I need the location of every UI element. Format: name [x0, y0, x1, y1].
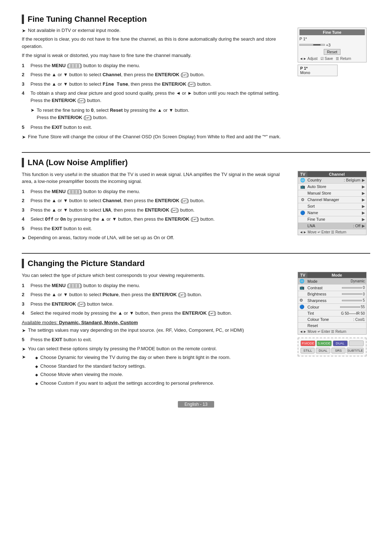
section-title-picture: Changing the Picture Standard	[22, 259, 370, 268]
lna-steps: 1 Press the MENU (☰☰☰) button to display…	[22, 188, 290, 232]
diamond-3: ◆	[35, 372, 38, 378]
channel-menu-row-lna: LNA : Off ▶	[298, 223, 366, 229]
picture-menu-footer-text: ◄► Move ↵ Enter ☰ Return	[299, 330, 346, 334]
pic-step-1-text: Press the MENU (☰☰☰) button to display t…	[30, 282, 140, 289]
country-arrow: ▶	[362, 178, 365, 183]
picture-note-1: ➤ The settings values may vary depending…	[22, 327, 290, 333]
fine-tuning-steps: 1 Press the MENU (☰☰☰) button to display…	[22, 62, 290, 104]
fine-tuning-intro-3: If the signal is weak or distorted, you …	[22, 52, 290, 59]
picture-menu-footer: ◄► Move ↵ Enter ☰ Return	[298, 329, 366, 334]
channel-menu-ch-label: Channel	[307, 171, 366, 177]
picture-steps: 1 Press the MENU (☰☰☰) button to display…	[22, 282, 290, 317]
step-3: 3 Press the ▲ or ▼ button to select Fine…	[22, 81, 290, 88]
fine-tune-reset-btn[interactable]: Reset	[324, 49, 341, 55]
contrast-bar	[342, 287, 362, 289]
channel-menu-tv-label: TV	[298, 171, 307, 177]
channel-menu-row-fine-tune: Fine Tune ▶	[298, 216, 366, 223]
fine-tune-reset-row: Reset	[299, 48, 365, 56]
fine-tune-adjust: ◄► Adjust	[299, 57, 318, 61]
contrast-icon: 📺	[299, 285, 306, 290]
channel-menu-row-manual-store: Manual Store ▶	[298, 190, 366, 197]
sort-arrow: ▶	[362, 204, 365, 209]
mode-value: Dynamic	[351, 279, 365, 283]
manager-label: Channel Manager	[306, 197, 360, 202]
pic-menu-reset: Reset	[298, 323, 366, 329]
lna-arrow: ▶	[362, 224, 365, 228]
colour-bar	[340, 306, 360, 308]
lna-step-4: 4 Select Off or On by pressing the ▲ or …	[22, 216, 290, 223]
arrow-icon-bullets: ➤	[22, 354, 26, 360]
pic-step-4: 4 Select the required mode by pressing t…	[22, 310, 290, 317]
picture-bullet-note: ➤ ◆Choose Dynamic for viewing the TV dur…	[22, 354, 290, 388]
footer-bar: English - 13	[22, 401, 370, 408]
bullet-dynamic-text: Choose Dynamic for viewing the TV during…	[40, 354, 230, 361]
lna-step-2-text: Press the ▲ or ▼ button to select Channe…	[30, 197, 205, 204]
diamond-4: ◆	[35, 381, 38, 387]
fine-tune-ui-box: Fine Tune P 1* +3 Reset	[298, 28, 367, 62]
picture-note-pmode: ➤ You can select these options simply by…	[22, 346, 290, 352]
picture-bullets: ◆Choose Dynamic for viewing the TV durin…	[28, 354, 230, 388]
pic-menu-colour-tone: Colour Tone : Cool1	[298, 316, 366, 323]
lna-step-1: 1 Press the MENU (☰☰☰) button to display…	[22, 188, 290, 195]
bullet-list: ◆Choose Dynamic for viewing the TV durin…	[35, 354, 230, 387]
fine-tune-return: ☰ Return	[336, 57, 351, 61]
name-label: Name	[306, 211, 360, 215]
pic-step-2: 2 Press the ▲ or ▼ button to select Pict…	[22, 291, 290, 298]
picture-note-1-text: The settings values may vary depending o…	[28, 327, 244, 333]
pic-menu-sharpness: ⚙ Sharpness 5	[298, 297, 366, 304]
remote-btn-dual: DUAL	[333, 340, 348, 346]
country-icon: 🌐	[299, 178, 306, 183]
fine-tuning-final-note: ➤ Fine Tune Store will change the colour…	[22, 134, 290, 140]
tint-label: Tint	[306, 311, 341, 315]
lna-menu-label: LNA	[306, 224, 353, 228]
lna-step-num-4: 4	[22, 216, 27, 223]
pic-step-1: 1 Press the MENU (☰☰☰) button to display…	[22, 282, 290, 289]
bullet-standard: ◆Choose Standard for the standard factor…	[35, 363, 230, 370]
pic-step-num-5: 5	[22, 336, 27, 343]
lna-step-num-2: 2	[22, 197, 27, 204]
step-num-5-ft: 5	[22, 124, 27, 131]
auto-store-arrow: ▶	[362, 184, 365, 189]
remote-top-row: P.MODE S.MODE DUAL	[301, 340, 364, 346]
fine-tune-value: +3	[326, 43, 331, 47]
pic-menu-colour: 🔵 Colour 55	[298, 304, 366, 310]
lna-final-note: ➤ Depending on areas, factory mode of LN…	[22, 235, 290, 241]
picture-sidebar: TV Mode 🌐 Mode Dynamic 📺 Contrast 0	[298, 272, 370, 356]
sharpness-label: Sharpness	[306, 298, 341, 303]
fine-tuning-content: ➤ Not available in DTV or external input…	[22, 28, 370, 142]
remote-btn-pmode: P.MODE	[301, 340, 315, 346]
sort-label: Sort	[306, 204, 360, 208]
fine-tuning-final-note-text: Fine Tune Store will change the colour o…	[28, 134, 281, 139]
step-5-ft: 5 Press the EXIT button to exit.	[22, 124, 290, 131]
auto-store-label: Auto Store	[306, 184, 360, 189]
lna-step-5: 5 Press the EXIT button to exit.	[22, 225, 290, 232]
step-2: 2 Press the ▲ or ▼ button to select Chan…	[22, 71, 290, 78]
pic-menu-tint: Tint G 50——IR 50	[298, 310, 366, 316]
remote-btn-srs: SRS	[331, 348, 346, 354]
lna-step-4-text: Select Off or On by pressing the ▲ or ▼ …	[30, 216, 215, 223]
diamond-2: ◆	[35, 364, 38, 370]
section-title-lna: LNA (Low Noise Amplifier)	[22, 158, 370, 167]
section-picture-standard: Changing the Picture Standard You can se…	[22, 259, 370, 390]
sharpness-bar	[342, 300, 362, 301]
channel-menu-row-country: 🌐 Country : Belgium ▶	[298, 177, 366, 184]
mono-p-label: P 1*	[300, 66, 335, 70]
remote-btn-empty	[349, 340, 364, 346]
lna-step-num-1: 1	[22, 188, 27, 195]
sub-note-reset: ➤ To reset the fine tuning to 0, select …	[30, 107, 290, 121]
sub-note-reset-text: To reset the fine tuning to 0, select Re…	[37, 107, 189, 121]
pic-step-5: 5 Press the EXIT button to exit.	[22, 336, 290, 343]
fine-tuning-step5: 5 Press the EXIT button to exit.	[22, 124, 290, 131]
picture-tv-label: TV	[298, 272, 307, 278]
picture-menu-header: TV Mode	[298, 272, 366, 278]
section-fine-tuning: Fine Tuning Channel Reception ➤ Not avai…	[22, 15, 370, 142]
step-4-text: To obtain a sharp and clear picture and …	[30, 90, 290, 104]
country-label: Country	[306, 178, 344, 182]
fine-tune-p-row: P 1*	[299, 37, 365, 41]
lna-content: This function is very useful in the situ…	[22, 171, 370, 243]
section-title-fine-tuning: Fine Tuning Channel Reception	[22, 15, 370, 24]
colour-icon: 🔵	[299, 305, 306, 309]
picture-menu-ui: TV Mode 🌐 Mode Dynamic 📺 Contrast 0	[298, 272, 367, 335]
mode-icon: 🌐	[299, 279, 306, 283]
lna-step-3-text: Press the ▲ or ▼ button to select LNA, t…	[30, 207, 195, 214]
